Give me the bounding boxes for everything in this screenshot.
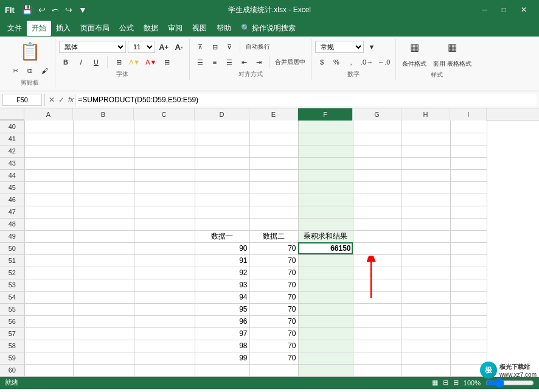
cell-F50[interactable]: 66150 [298, 242, 353, 254]
cell-H54[interactable] [402, 291, 450, 303]
font-family-select[interactable]: 黑体 [59, 41, 126, 53]
cell-A56[interactable] [24, 315, 73, 327]
wrap-text-btn[interactable]: 自动换行 [244, 40, 272, 54]
cell-G48[interactable] [353, 218, 402, 230]
table-style-btn[interactable]: ▦ 套用 表格格式 [431, 40, 474, 69]
cell-I45[interactable] [450, 181, 487, 194]
cell-H53[interactable] [402, 279, 450, 291]
cell-I58[interactable] [450, 340, 487, 352]
menu-formula[interactable]: 公式 [114, 21, 139, 36]
col-header-f[interactable]: F [298, 108, 353, 121]
cell-G56[interactable] [353, 315, 402, 327]
cell-C47[interactable] [134, 206, 195, 218]
cell-G47[interactable] [353, 206, 402, 218]
cell-B47[interactable] [73, 206, 134, 218]
cell-C53[interactable] [134, 279, 195, 291]
cell-reference-input[interactable] [2, 94, 42, 106]
cell-I50[interactable] [450, 242, 487, 254]
cell-A49[interactable] [24, 230, 73, 242]
cell-D46[interactable] [195, 194, 249, 206]
confirm-formula-icon[interactable]: ✓ [57, 94, 66, 105]
cell-B54[interactable] [73, 291, 134, 303]
col-header-h[interactable]: H [402, 108, 450, 121]
bold-btn[interactable]: B [59, 55, 72, 69]
cell-A41[interactable] [24, 133, 73, 145]
cell-F56[interactable] [298, 315, 353, 327]
cell-H43[interactable] [402, 157, 450, 169]
cell-H50[interactable] [402, 242, 450, 254]
cell-C60[interactable] [134, 364, 195, 376]
increase-indent-btn[interactable]: ⇥ [252, 55, 265, 69]
redo-btn[interactable]: ↪ [63, 4, 75, 16]
cell-G53[interactable] [353, 279, 402, 291]
cell-B52[interactable] [73, 267, 134, 279]
zoom-slider[interactable] [485, 378, 534, 388]
cell-I41[interactable] [450, 133, 487, 145]
cell-C57[interactable] [134, 327, 195, 340]
cell-I47[interactable] [450, 206, 487, 218]
cell-C55[interactable] [134, 303, 195, 315]
cell-F44[interactable] [298, 169, 353, 181]
cell-D48[interactable] [195, 218, 249, 230]
italic-btn[interactable]: I [74, 55, 88, 69]
cell-I49[interactable] [450, 230, 487, 242]
align-left-btn[interactable]: ☰ [193, 55, 207, 69]
cell-B46[interactable] [73, 194, 134, 206]
cell-A44[interactable] [24, 169, 73, 181]
cell-E53[interactable]: 70 [249, 279, 298, 291]
cell-A60[interactable] [24, 364, 73, 376]
cell-F41[interactable] [298, 133, 353, 145]
cell-A54[interactable] [24, 291, 73, 303]
conditional-format-btn[interactable]: ▦ 条件格式 [400, 40, 429, 69]
decrease-decimal-btn[interactable]: ←.0 [376, 55, 392, 69]
cell-H51[interactable] [402, 254, 450, 267]
menu-help[interactable]: 帮助 [212, 21, 236, 36]
cell-D55[interactable]: 95 [195, 303, 249, 315]
cell-B41[interactable] [73, 133, 134, 145]
cell-G49[interactable] [353, 230, 402, 242]
align-center-btn[interactable]: ≡ [208, 55, 221, 69]
cell-C42[interactable] [134, 145, 195, 157]
cell-B57[interactable] [73, 327, 134, 340]
cell-D52[interactable]: 92 [195, 267, 249, 279]
cell-A59[interactable] [24, 352, 73, 364]
cell-H45[interactable] [402, 181, 450, 194]
copy-button[interactable]: ⧉ [23, 64, 37, 77]
cell-G51[interactable] [353, 254, 402, 267]
insert-function-icon[interactable]: fx [67, 94, 75, 105]
cell-D42[interactable] [195, 145, 249, 157]
cell-E52[interactable]: 70 [249, 267, 298, 279]
cell-H44[interactable] [402, 169, 450, 181]
font-size-select[interactable]: 11 [128, 41, 155, 53]
minimize-btn[interactable]: ─ [475, 0, 495, 19]
cell-F43[interactable] [298, 157, 353, 169]
cell-G55[interactable] [353, 303, 402, 315]
cell-I48[interactable] [450, 218, 487, 230]
cell-H47[interactable] [402, 206, 450, 218]
cell-A48[interactable] [24, 218, 73, 230]
cell-H41[interactable] [402, 133, 450, 145]
cell-C54[interactable] [134, 291, 195, 303]
menu-file[interactable]: 文件 [2, 21, 27, 36]
view-page-icon[interactable]: ⊟ [443, 379, 448, 387]
cell-B55[interactable] [73, 303, 134, 315]
fill-color-btn[interactable]: A▼ [127, 55, 142, 69]
cell-C46[interactable] [134, 194, 195, 206]
comma-btn[interactable]: , [344, 55, 358, 69]
cell-A58[interactable] [24, 340, 73, 352]
cell-B51[interactable] [73, 254, 134, 267]
menu-review[interactable]: 审阅 [163, 21, 187, 36]
cell-E45[interactable] [249, 181, 298, 194]
cell-C49[interactable] [134, 230, 195, 242]
cell-D43[interactable] [195, 157, 249, 169]
cell-I51[interactable] [450, 254, 487, 267]
cell-G60[interactable] [353, 364, 402, 376]
cell-G57[interactable] [353, 327, 402, 340]
cell-G45[interactable] [353, 181, 402, 194]
cell-B58[interactable] [73, 340, 134, 352]
cell-H40[interactable] [402, 121, 450, 133]
cell-I43[interactable] [450, 157, 487, 169]
format-painter-button[interactable]: 🖌 [38, 64, 51, 77]
cell-F57[interactable] [298, 327, 353, 340]
cell-F48[interactable] [298, 218, 353, 230]
